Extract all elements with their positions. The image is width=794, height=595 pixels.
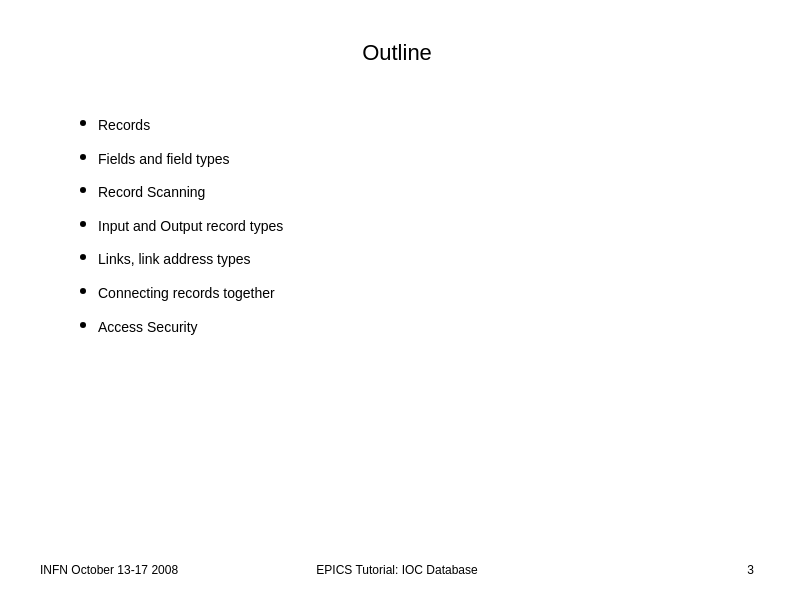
bullet-dot-icon bbox=[80, 288, 86, 294]
footer: INFN October 13-17 2008 EPICS Tutorial: … bbox=[0, 563, 794, 577]
bullet-text: Input and Output record types bbox=[98, 217, 283, 237]
bullet-text: Record Scanning bbox=[98, 183, 205, 203]
bullet-text: Fields and field types bbox=[98, 150, 230, 170]
bullet-dot-icon bbox=[80, 154, 86, 160]
list-item: Input and Output record types bbox=[80, 217, 754, 237]
list-item: Records bbox=[80, 116, 754, 136]
list-item: Record Scanning bbox=[80, 183, 754, 203]
footer-left: INFN October 13-17 2008 bbox=[40, 563, 278, 577]
bullet-dot-icon bbox=[80, 221, 86, 227]
list-item: Links, link address types bbox=[80, 250, 754, 270]
bullet-dot-icon bbox=[80, 254, 86, 260]
bullet-dot-icon bbox=[80, 187, 86, 193]
bullet-list: RecordsFields and field typesRecord Scan… bbox=[80, 116, 754, 337]
list-item: Connecting records together bbox=[80, 284, 754, 304]
footer-center: EPICS Tutorial: IOC Database bbox=[278, 563, 516, 577]
bullet-text: Records bbox=[98, 116, 150, 136]
slide: Outline RecordsFields and field typesRec… bbox=[0, 0, 794, 595]
list-item: Access Security bbox=[80, 318, 754, 338]
bullet-dot-icon bbox=[80, 120, 86, 126]
bullet-text: Connecting records together bbox=[98, 284, 275, 304]
list-item: Fields and field types bbox=[80, 150, 754, 170]
bullet-text: Access Security bbox=[98, 318, 198, 338]
bullet-dot-icon bbox=[80, 322, 86, 328]
content-area: RecordsFields and field typesRecord Scan… bbox=[40, 116, 754, 337]
footer-right: 3 bbox=[516, 563, 754, 577]
bullet-text: Links, link address types bbox=[98, 250, 251, 270]
slide-title: Outline bbox=[40, 40, 754, 66]
